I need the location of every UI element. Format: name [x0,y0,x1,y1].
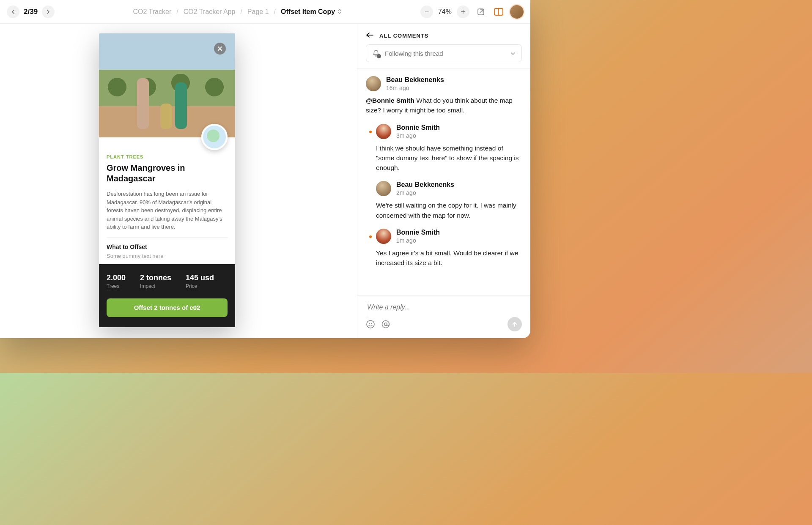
design-canvas[interactable]: PLANT TREES Grow Mangroves in Madagascar… [0,24,357,338]
zoom-value: 74% [438,8,452,16]
svg-point-5 [371,323,372,324]
zoom-in-button[interactable]: + [457,5,469,18]
comment-avatar[interactable] [376,124,391,139]
user-avatar[interactable] [510,5,524,19]
at-icon [381,320,390,329]
comment-timestamp: 16m ago [386,85,444,91]
breadcrumb-separator: / [176,8,178,16]
comment-avatar[interactable] [376,229,391,244]
comments-header: ALL COMMENTS [357,24,530,44]
metric-value: 2.000 [107,273,126,282]
comment-header: Beau Bekkenenks 16m ago [366,76,522,91]
divider [107,237,228,238]
comments-panel: ALL COMMENTS Following this thread [357,24,530,338]
comment-header: Beau Bekkenenks 2m ago [376,181,522,196]
page-counter: 2/39 [24,8,38,16]
hero-decoration [175,82,187,129]
metric: 2.000 Trees [107,273,126,289]
comment-body: Yes I agree it's a bit small. Would be c… [376,248,522,268]
next-page-button[interactable] [42,5,55,18]
unread-indicator [369,131,372,133]
arrow-left-icon [366,32,373,38]
card-description: Desforestation has long been an issue fo… [107,190,228,231]
top-toolbar: 2/39 CO2 Tracker / CO2 Tracker App / Pag… [0,0,530,24]
unread-indicator [369,235,372,238]
send-reply-button[interactable] [508,317,522,331]
mention-button[interactable] [381,320,390,329]
bell-check-icon [377,54,381,58]
svg-point-3 [367,320,374,328]
comment-body: We're still waiting on the copy for it. … [376,200,522,220]
map-thumbnail[interactable] [201,124,228,150]
card-body: PLANT TREES Grow Mangroves in Madagascar… [99,137,235,264]
what-to-offset-label: What to Offset [107,243,228,250]
comment-avatar[interactable] [376,181,391,196]
card-eyebrow: PLANT TREES [107,154,228,159]
prev-page-button[interactable] [7,5,19,18]
chevron-down-icon [510,50,516,57]
open-external-button[interactable] [475,5,487,18]
comment-body: @Bonnie Smith What do you think about th… [366,96,522,115]
metric: 145 usd Price [186,273,214,289]
close-icon [217,46,222,51]
chevron-left-icon [11,10,15,14]
breadcrumb-item-active[interactable]: Offset Item Copy [281,8,342,16]
metrics-row: 2.000 Trees 2 tonnes Impact 145 usd Pric… [107,273,228,289]
svg-point-6 [382,321,390,328]
comment-author: Beau Bekkenenks [396,181,454,189]
reply-box [357,295,530,338]
breadcrumb-item[interactable]: CO2 Tracker App [184,8,236,16]
arrow-up-icon [512,321,518,327]
metric: 2 tonnes Impact [140,273,171,289]
breadcrumb-item[interactable]: Page 1 [247,8,269,16]
comment-timestamp: 3m ago [396,132,440,139]
metric-label: Price [186,283,214,289]
mention[interactable]: @Bonnie Smith [366,97,414,104]
comment-author: Bonnie Smith [396,229,440,236]
toggle-panels-button[interactable] [492,5,505,18]
zoom-out-button[interactable]: − [420,5,433,18]
app-window: 2/39 CO2 Tracker / CO2 Tracker App / Pag… [0,0,530,338]
comment-author: Beau Bekkenenks [386,76,444,84]
chevron-right-icon [46,10,50,14]
toolbar-right: − 74% + [420,5,524,19]
reply-input[interactable] [366,302,522,317]
emoji-picker-button[interactable] [366,320,375,329]
reply-actions [366,317,522,331]
breadcrumb-active-label: Offset Item Copy [281,8,335,15]
close-card-button[interactable] [214,43,226,55]
card-title: Grow Mangroves in Madagascar [107,163,202,184]
hero-decoration [107,78,127,108]
panels-icon [494,8,503,16]
comment-reply: Bonnie Smith 3m ago I think we should ha… [366,124,522,173]
comment-body: I think we should have something instead… [376,143,522,173]
zoom-controls: − 74% + [420,5,469,18]
metric-label: Trees [107,283,126,289]
comment-reply: Bonnie Smith 1m ago Yes I agree it's a b… [366,229,522,268]
hero-decoration [205,78,224,108]
hero-decoration [137,78,149,129]
breadcrumb-separator: / [240,8,242,16]
comment-avatar[interactable] [366,76,381,91]
follow-thread-label: Following this thread [385,50,505,57]
offset-cta-button[interactable]: Offset 2 tonnes of c02 [107,298,228,317]
follow-thread-dropdown[interactable]: Following this thread [366,44,522,62]
open-external-icon [477,8,485,16]
breadcrumb-separator: / [274,8,276,16]
metric-value: 145 usd [186,273,214,282]
svg-point-4 [369,323,370,324]
hero-decoration [160,104,172,129]
comment-thread[interactable]: Beau Bekkenenks 16m ago @Bonnie Smith Wh… [357,68,530,295]
what-to-offset-dummy: Some dummy text here [107,253,228,259]
emoji-icon [366,320,375,329]
bell-icon [372,49,380,57]
card-footer: 2.000 Trees 2 tonnes Impact 145 usd Pric… [99,264,235,327]
back-to-comments-button[interactable] [366,31,373,40]
breadcrumb-dropdown-icon[interactable] [337,8,342,16]
metric-label: Impact [140,283,171,289]
breadcrumb: CO2 Tracker / CO2 Tracker App / Page 1 /… [55,8,420,16]
breadcrumb-item[interactable]: CO2 Tracker [133,8,172,16]
comment-header: Bonnie Smith 1m ago [376,229,522,244]
offset-item-card: PLANT TREES Grow Mangroves in Madagascar… [99,33,235,327]
main-area: PLANT TREES Grow Mangroves in Madagascar… [0,24,530,338]
